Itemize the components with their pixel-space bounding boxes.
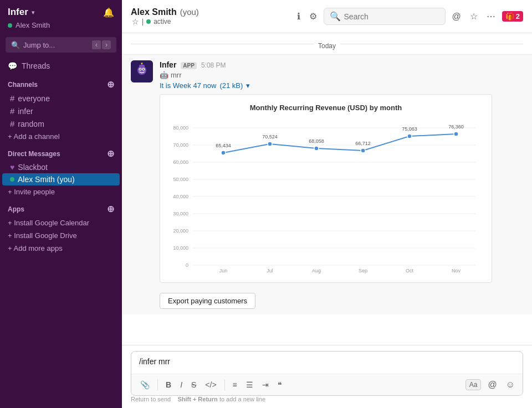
svg-point-31 [407, 134, 412, 138]
emoji-button[interactable]: ☺ [504, 378, 517, 392]
svg-text:80,000: 80,000 [173, 125, 188, 131]
strikethrough-button[interactable]: S [188, 378, 200, 391]
dm-section: Direct Messages ⊕ [0, 143, 122, 161]
alex-smith-label: Alex Smith (you) [18, 175, 75, 184]
svg-point-1 [137, 66, 146, 75]
threads-icon: 💬 [8, 61, 17, 70]
forward-button[interactable]: › [102, 40, 111, 49]
message-subtitle: 🤖 mrr [160, 71, 523, 79]
hash-icon: # [10, 106, 14, 116]
add-channel-action-label: + Add a channel [8, 132, 60, 141]
message-input-box: /infer mrr 📎 B I S </> ≡ ☰ ⇥ ❝ Aa @ ☺ [131, 351, 523, 396]
apps-section-label: Apps [8, 205, 24, 213]
toolbar-divider [157, 379, 158, 390]
svg-text:40,000: 40,000 [173, 194, 188, 199]
active-status-label: active [154, 18, 171, 25]
svg-point-8 [141, 63, 143, 64]
svg-text:Nov: Nov [452, 268, 461, 273]
sidebar-user: Alex Smith [0, 20, 122, 35]
newline-label: to add a new line [219, 396, 265, 402]
chat-area: Today Infer [122, 33, 532, 345]
message-text-content: /infer mrr [139, 357, 170, 366]
invite-people-button[interactable]: + Invite people [0, 185, 122, 198]
message-week[interactable]: It is Week 47 now (21 kB) ▾ [160, 81, 523, 90]
svg-text:66,712: 66,712 [355, 141, 371, 146]
at-message-button[interactable]: @ [485, 378, 499, 392]
sidebar-item-threads[interactable]: 💬 Threads [0, 58, 122, 74]
bold-button[interactable]: B [162, 378, 175, 391]
sidebar-item-random[interactable]: # random [2, 117, 120, 130]
at-button[interactable]: @ [450, 9, 463, 24]
user-status-dot [8, 23, 12, 28]
notification-badge[interactable]: 🎁 2 [502, 11, 523, 22]
message-content-body: Infer APP 5:08 PM 🤖 mrr It is Week 47 no… [160, 60, 523, 309]
status-divider: | [142, 18, 144, 25]
italic-button[interactable]: I [177, 378, 186, 391]
slackbot-heart-icon: ♥ [10, 163, 14, 172]
sidebar-item-slackbot[interactable]: ♥ Slackbot [2, 161, 120, 173]
svg-text:Oct: Oct [406, 268, 414, 273]
search-icon: 🔍 [11, 41, 20, 49]
topbar-name: Alex Smith (you) [131, 7, 199, 17]
threads-label: Threads [22, 61, 50, 70]
bot-avatar [131, 60, 153, 82]
app-badge: APP [181, 62, 197, 69]
svg-text:20,000: 20,000 [173, 228, 188, 234]
quote-button[interactable]: ❝ [274, 378, 285, 391]
jump-to-button[interactable]: 🔍 Jump to... ‹ › [6, 37, 116, 53]
unordered-list-button[interactable]: ☰ [243, 378, 257, 391]
indent-button[interactable]: ⇥ [259, 378, 272, 391]
notification-count: 2 [516, 12, 520, 20]
star-button[interactable]: ☆ [132, 17, 139, 26]
search-input[interactable] [344, 12, 439, 21]
settings-button[interactable]: ⚙ [307, 9, 319, 24]
export-button[interactable]: Export paying customers [160, 293, 255, 309]
message-text-area[interactable]: /infer mrr [131, 352, 523, 374]
sidebar-item-everyone[interactable]: # everyone [2, 92, 120, 105]
message-block: Infer APP 5:08 PM 🤖 mrr It is Week 47 no… [122, 54, 532, 314]
workspace-name[interactable]: Infer ▾ [8, 7, 34, 18]
message-input-area: /infer mrr 📎 B I S </> ≡ ☰ ⇥ ❝ Aa @ ☺ [122, 345, 532, 408]
aa-button[interactable]: Aa [466, 379, 482, 390]
notifications-icon[interactable]: 🔔 [103, 7, 114, 18]
topbar-title: Alex Smith (you) ☆ | active [131, 7, 199, 26]
svg-rect-6 [139, 65, 145, 67]
svg-text:0: 0 [186, 262, 188, 268]
sidebar-item-alex-smith[interactable]: Alex Smith (you) [2, 173, 120, 185]
date-label: Today [318, 42, 336, 50]
add-channel-icon[interactable]: ⊕ [107, 79, 114, 90]
add-more-apps-button[interactable]: + Add more apps [0, 242, 122, 255]
sidebar: Infer ▾ 🔔 Alex Smith 🔍 Jump to... ‹ › 💬 … [0, 0, 122, 408]
svg-text:68,058: 68,058 [309, 138, 324, 144]
chart-title: Monthly Recurring Revenue (USD) by month [169, 104, 483, 112]
star-nav-button[interactable]: ☆ [468, 9, 480, 24]
info-button[interactable]: ℹ [295, 9, 303, 24]
svg-text:Aug: Aug [312, 268, 321, 273]
add-dm-icon[interactable]: ⊕ [107, 148, 114, 159]
active-dot-icon [146, 19, 151, 24]
install-google-drive-button[interactable]: + Install Google Drive [0, 229, 122, 242]
svg-text:70,524: 70,524 [262, 134, 278, 140]
svg-text:30,000: 30,000 [173, 211, 188, 216]
more-button[interactable]: ⋯ [484, 9, 498, 24]
code-button[interactable]: </> [202, 378, 219, 391]
back-button[interactable]: ‹ [92, 40, 101, 49]
topbar-status: ☆ | active [131, 17, 199, 26]
add-channel-button[interactable]: + Add a channel [0, 130, 122, 143]
search-box[interactable]: 🔍 [324, 8, 446, 25]
apps-section: Apps ⊕ [0, 198, 122, 216]
sidebar-header: Infer ▾ 🔔 [0, 0, 122, 20]
svg-text:60,000: 60,000 [173, 159, 188, 165]
channels-section: Channels ⊕ [0, 74, 122, 92]
add-more-apps-label: + Add more apps [8, 244, 63, 252]
attachment-button[interactable]: 📎 [137, 378, 153, 391]
ordered-list-button[interactable]: ≡ [229, 378, 241, 391]
add-app-icon[interactable]: ⊕ [107, 204, 114, 214]
command-label: mrr [171, 71, 182, 79]
workspace-label: Infer [8, 7, 28, 18]
return-send-label: Return to send [131, 396, 171, 402]
message-time: 5:08 PM [201, 61, 226, 69]
dropdown-icon: ▾ [246, 81, 250, 90]
sidebar-item-infer[interactable]: # infer [2, 105, 120, 117]
install-google-calendar-button[interactable]: + Install Google Calendar [0, 216, 122, 229]
